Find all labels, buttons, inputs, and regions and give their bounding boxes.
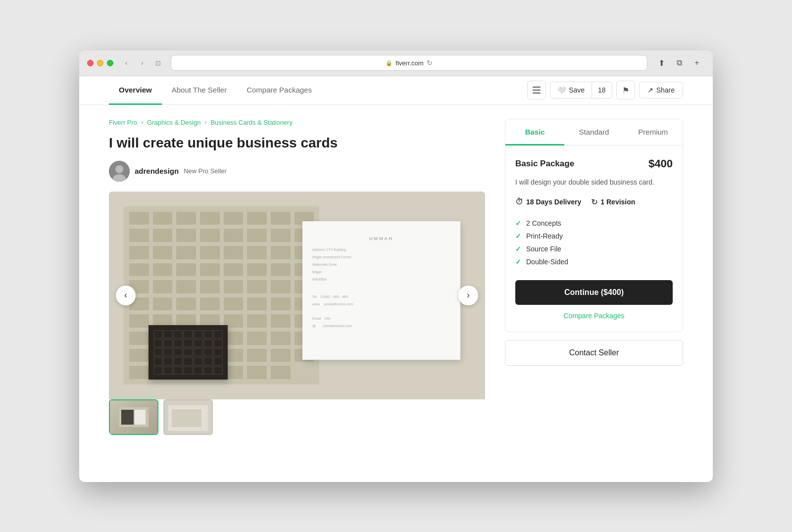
thumb-2-bg <box>164 400 212 434</box>
tab-compare-packages[interactable]: Compare Packages <box>237 77 322 105</box>
inner-cell <box>173 339 183 347</box>
next-image-button[interactable]: › <box>458 286 478 305</box>
inner-cell <box>194 357 203 365</box>
share-label: Share <box>656 86 675 94</box>
image-gallery: UMMAH Address CT3 Building Wigan Investm… <box>109 192 485 435</box>
package-tab-basic[interactable]: Basic <box>505 120 564 145</box>
breadcrumb-fiverr-pro[interactable]: Fiverr Pro <box>109 119 137 126</box>
thumb-1-bg <box>110 400 157 434</box>
maximize-button[interactable] <box>107 60 113 66</box>
inner-cell <box>213 366 223 375</box>
continue-button[interactable]: Continue ($400) <box>515 280 673 305</box>
avatar-image <box>109 161 130 182</box>
inner-cell <box>183 357 193 365</box>
inner-cell <box>213 330 223 339</box>
package-tab-premium[interactable]: Premium <box>624 120 683 145</box>
breadcrumb-business-cards[interactable]: Business Cards & Stationery <box>210 119 292 126</box>
card-address-line1: Address CT3 Building <box>312 248 450 251</box>
save-label: Save <box>569 86 585 94</box>
share-button[interactable]: ↗ Share <box>639 82 683 98</box>
inner-cell <box>203 330 213 339</box>
card-white: UMMAH Address CT3 Building Wigan Investm… <box>302 221 460 360</box>
card-address-line4: Wigan <box>312 270 450 274</box>
lock-icon: 🔒 <box>386 60 393 66</box>
address-bar[interactable]: 🔒 fiverr.com ↻ <box>171 55 647 71</box>
inner-cell <box>173 357 183 365</box>
breadcrumb-sep-1: › <box>141 119 143 126</box>
contact-seller-button[interactable]: Contact Seller <box>505 340 683 366</box>
duplicate-tab-button[interactable]: ⧉ <box>671 55 687 71</box>
inner-cell <box>203 366 213 375</box>
gig-title: I will create unique business cards <box>109 134 485 152</box>
menu-line <box>533 90 541 91</box>
card-www: www ummahhomes.com <box>312 302 450 306</box>
feature-item-print: ✓ Print-Ready <box>515 230 673 242</box>
close-button[interactable] <box>87 60 94 66</box>
seller-avatar[interactable] <box>109 161 130 182</box>
pattern-cell <box>151 262 174 278</box>
tab-overview[interactable]: Overview <box>109 77 162 105</box>
back-button[interactable]: ‹ <box>119 56 133 70</box>
pattern-cell <box>246 227 268 243</box>
thumbnail-1[interactable] <box>109 399 158 435</box>
pattern-cell <box>269 227 292 243</box>
add-tab-button[interactable]: + <box>689 55 705 71</box>
breadcrumb-sep-2: › <box>204 119 206 126</box>
inner-cell <box>153 357 163 365</box>
inner-cell <box>153 339 163 347</box>
inner-cell <box>153 348 163 356</box>
menu-button[interactable] <box>527 81 546 99</box>
inner-cell <box>163 339 173 347</box>
menu-line <box>533 93 541 94</box>
browser-window: ‹ › ⊡ 🔒 fiverr.com ↻ ⬆ ⧉ + Overview Abou… <box>79 50 713 482</box>
inner-cell <box>173 348 183 356</box>
tab-view-button[interactable]: ⊡ <box>151 56 165 70</box>
inner-cell <box>194 366 203 375</box>
pattern-cell <box>222 262 245 278</box>
check-icon: ✓ <box>515 245 521 253</box>
flag-button[interactable]: ⚑ <box>616 81 635 99</box>
left-column: Fiverr Pro › Graphics & Design › Busines… <box>109 119 485 442</box>
pattern-cell <box>246 296 268 312</box>
inner-cell <box>163 357 173 365</box>
pattern-cell <box>175 279 198 295</box>
reload-button[interactable]: ↻ <box>427 59 433 67</box>
pattern-cell <box>222 227 245 243</box>
save-count[interactable]: 18 <box>592 82 612 98</box>
heart-icon: 🤍 <box>557 86 566 94</box>
revision-icon: ↻ <box>591 197 597 207</box>
pattern-cell <box>246 313 268 329</box>
card-inner-pattern <box>153 330 223 375</box>
pattern-cell <box>175 296 198 312</box>
tab-about-seller[interactable]: About The Seller <box>162 77 237 105</box>
seller-name[interactable]: adrendesign <box>135 167 179 175</box>
minimize-button[interactable] <box>97 60 103 66</box>
save-button[interactable]: 🤍 Save <box>550 82 592 98</box>
feature-label: Source File <box>526 245 561 253</box>
feature-label: Print-Ready <box>526 232 563 240</box>
pattern-cell <box>246 347 268 364</box>
inner-cell <box>203 339 213 347</box>
inner-cell <box>213 357 223 365</box>
pattern-cell <box>246 262 268 278</box>
compare-packages-link[interactable]: Compare Packages <box>515 312 673 320</box>
pattern-cell <box>269 330 292 346</box>
breadcrumb-graphics-design[interactable]: Graphics & Design <box>147 119 200 126</box>
thumbnail-2[interactable] <box>163 399 213 435</box>
inner-cell <box>183 348 193 356</box>
pattern-cell <box>222 279 245 295</box>
pattern-cell <box>175 262 198 278</box>
pattern-cell <box>128 244 150 261</box>
card-dark-card <box>148 325 228 380</box>
check-icon: ✓ <box>515 232 521 240</box>
package-tab-standard[interactable]: Standard <box>564 120 623 145</box>
card-mockup: UMMAH Address CT3 Building Wigan Investm… <box>109 192 485 399</box>
share-toolbar-button[interactable]: ⬆ <box>653 55 669 71</box>
pattern-cell <box>222 210 245 227</box>
card-address-line5: WN35BA <box>312 278 450 281</box>
breadcrumb: Fiverr Pro › Graphics & Design › Busines… <box>109 119 485 126</box>
forward-button[interactable]: › <box>135 56 149 70</box>
feature-label: 2 Concepts <box>526 219 561 227</box>
card-tel: Tel 01942 - 608 - 483 <box>312 295 450 298</box>
prev-image-button[interactable]: ‹ <box>116 286 136 305</box>
